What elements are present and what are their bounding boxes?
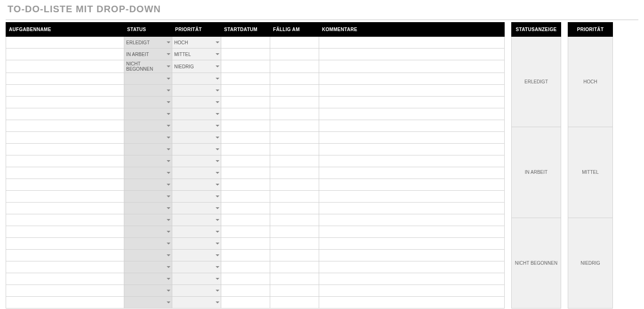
cell-due[interactable] [270,238,319,250]
cell-status-dropdown[interactable] [124,226,172,238]
cell-priority-dropdown[interactable] [172,214,221,226]
cell-start[interactable] [221,132,270,144]
cell-priority-dropdown[interactable] [172,73,221,85]
cell-start[interactable] [221,261,270,273]
cell-start[interactable] [221,73,270,85]
cell-start[interactable] [221,85,270,97]
cell-due[interactable] [270,144,319,155]
cell-priority-dropdown[interactable]: MITTEL [172,49,221,60]
cell-status-dropdown[interactable]: IN ARBEIT [124,49,172,60]
cell-start[interactable] [221,97,270,108]
cell-name[interactable] [6,97,124,108]
cell-comments[interactable] [319,285,505,297]
cell-name[interactable] [6,120,124,132]
cell-priority-dropdown[interactable] [172,273,221,285]
cell-status-dropdown[interactable] [124,285,172,297]
cell-comments[interactable] [319,250,505,261]
cell-start[interactable] [221,273,270,285]
cell-priority-dropdown[interactable] [172,144,221,155]
cell-comments[interactable] [319,238,505,250]
cell-status-dropdown[interactable] [124,214,172,226]
cell-name[interactable] [6,167,124,179]
cell-priority-dropdown[interactable] [172,155,221,167]
cell-name[interactable] [6,238,124,250]
cell-comments[interactable] [319,108,505,120]
cell-comments[interactable] [319,155,505,167]
cell-due[interactable] [270,155,319,167]
cell-due[interactable] [270,285,319,297]
cell-status-dropdown[interactable] [124,132,172,144]
cell-start[interactable] [221,155,270,167]
cell-status-dropdown[interactable] [124,179,172,191]
cell-due[interactable] [270,226,319,238]
cell-due[interactable] [270,203,319,214]
cell-name[interactable] [6,273,124,285]
cell-comments[interactable] [319,120,505,132]
cell-comments[interactable] [319,226,505,238]
cell-start[interactable] [221,250,270,261]
cell-comments[interactable] [319,144,505,155]
cell-name[interactable] [6,73,124,85]
cell-comments[interactable] [319,73,505,85]
cell-priority-dropdown[interactable] [172,97,221,108]
cell-start[interactable] [221,167,270,179]
cell-due[interactable] [270,191,319,203]
cell-priority-dropdown[interactable]: HOCH [172,37,221,49]
cell-status-dropdown[interactable] [124,73,172,85]
cell-name[interactable] [6,297,124,309]
cell-start[interactable] [221,60,270,73]
cell-comments[interactable] [319,179,505,191]
cell-comments[interactable] [319,85,505,97]
cell-start[interactable] [221,37,270,49]
cell-due[interactable] [270,250,319,261]
cell-due[interactable] [270,60,319,73]
cell-priority-dropdown[interactable] [172,238,221,250]
cell-name[interactable] [6,155,124,167]
cell-status-dropdown[interactable] [124,167,172,179]
cell-due[interactable] [270,49,319,60]
cell-due[interactable] [270,120,319,132]
cell-name[interactable] [6,144,124,155]
cell-comments[interactable] [319,132,505,144]
cell-priority-dropdown[interactable] [172,191,221,203]
cell-name[interactable] [6,108,124,120]
cell-due[interactable] [270,73,319,85]
cell-name[interactable] [6,49,124,60]
cell-name[interactable] [6,214,124,226]
cell-name[interactable] [6,191,124,203]
cell-name[interactable] [6,37,124,49]
cell-status-dropdown[interactable]: NICHT BEGONNEN [124,60,172,73]
cell-start[interactable] [221,108,270,120]
cell-comments[interactable] [319,297,505,309]
cell-name[interactable] [6,250,124,261]
cell-status-dropdown[interactable]: ERLEDIGT [124,37,172,49]
cell-name[interactable] [6,226,124,238]
cell-priority-dropdown[interactable] [172,179,221,191]
cell-comments[interactable] [319,273,505,285]
cell-status-dropdown[interactable] [124,261,172,273]
cell-priority-dropdown[interactable] [172,132,221,144]
cell-name[interactable] [6,85,124,97]
cell-status-dropdown[interactable] [124,155,172,167]
cell-status-dropdown[interactable] [124,120,172,132]
cell-comments[interactable] [319,60,505,73]
cell-start[interactable] [221,285,270,297]
cell-status-dropdown[interactable] [124,250,172,261]
cell-start[interactable] [221,179,270,191]
cell-due[interactable] [270,214,319,226]
cell-name[interactable] [6,203,124,214]
cell-status-dropdown[interactable] [124,297,172,309]
cell-comments[interactable] [319,37,505,49]
cell-priority-dropdown[interactable] [172,261,221,273]
cell-due[interactable] [270,37,319,49]
cell-due[interactable] [270,97,319,108]
cell-start[interactable] [221,238,270,250]
cell-start[interactable] [221,226,270,238]
cell-comments[interactable] [319,261,505,273]
cell-priority-dropdown[interactable] [172,108,221,120]
cell-comments[interactable] [319,214,505,226]
cell-start[interactable] [221,144,270,155]
cell-priority-dropdown[interactable] [172,167,221,179]
cell-comments[interactable] [319,203,505,214]
cell-priority-dropdown[interactable] [172,85,221,97]
